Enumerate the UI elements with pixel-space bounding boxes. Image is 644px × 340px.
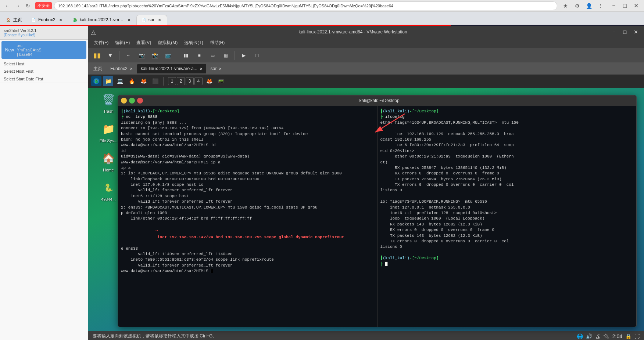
- minimize-button[interactable]: −: [609, 1, 619, 10]
- settings-button[interactable]: □: [251, 50, 263, 61]
- reload-button[interactable]: ↻: [24, 1, 32, 10]
- extension-button[interactable]: ⚙: [572, 1, 582, 10]
- forward-button[interactable]: →: [13, 1, 22, 10]
- workspace-2-button[interactable]: 2: [177, 77, 185, 85]
- terminal-icon[interactable]: 💻: [115, 76, 125, 86]
- time-display: 2:04: [612, 333, 622, 339]
- terminal-left-pane[interactable]: ┃(kali⎯kali)-[~/Desktop] ├ nc -lnvp 8888…: [118, 106, 378, 327]
- kali-toolbar-separator: [163, 77, 164, 86]
- send-ctrl-alt-del-button[interactable]: ←: [122, 50, 134, 61]
- tab-kali-close-button[interactable]: ✕: [126, 17, 132, 23]
- donate-link[interactable]: (Donate if you like!): [4, 33, 35, 37]
- tab-home[interactable]: 🏠 主页: [1, 15, 26, 25]
- new-url-display: :ecYmFzaCAtaS| base64: [17, 43, 42, 57]
- vm-tab-funbox2-close-button[interactable]: ✕: [130, 67, 133, 71]
- term-right-lo-lisions: lisions 0: [380, 244, 634, 250]
- view4-button[interactable]: ▦: [220, 50, 232, 61]
- vm-tab-kali[interactable]: kali-linux-2022.1-vmware-a... ✕: [137, 64, 206, 73]
- url-bar[interactable]: 192.168.169.142/sar2HTML/index.php?plot=…: [54, 1, 557, 10]
- vmware-restore-button[interactable]: □: [620, 27, 630, 37]
- vmware-close-button[interactable]: ✕: [631, 27, 641, 37]
- terminal-minimize-button[interactable]: [121, 98, 127, 104]
- snapshot3-button[interactable]: 📺: [162, 50, 174, 61]
- lock-icon[interactable]: 🔒: [625, 333, 632, 339]
- menu-button[interactable]: ⋮: [595, 1, 606, 10]
- vm-tab-home-label: 主页: [93, 66, 102, 72]
- snapshot-button[interactable]: 📷: [136, 50, 147, 61]
- menu-file[interactable]: 文件(F): [91, 38, 111, 47]
- usb-status-icon[interactable]: 🔌: [603, 333, 609, 339]
- menu-tabs[interactable]: 选项卡(T): [181, 38, 206, 47]
- fullscreen-icon[interactable]: ⛶: [634, 333, 640, 339]
- pause-button[interactable]: ▮▮: [91, 50, 103, 61]
- firefox-icon[interactable]: 🦊: [138, 76, 149, 86]
- tab-sar[interactable]: 📄 sar ✕: [136, 15, 168, 25]
- workspace-1-button[interactable]: 1: [168, 77, 176, 85]
- network-status-icon[interactable]: 🌐: [577, 333, 583, 339]
- term-right-tx-err: TX errors 0 dropped 0 overruns 0 carrier…: [380, 182, 634, 188]
- terminal-right-pane[interactable]: ┃(kali⎯kali)-[~/Desktop] ├ ifconfig e: [378, 106, 637, 327]
- tab-sar-close-button[interactable]: ✕: [157, 17, 162, 23]
- menu-vm[interactable]: 虚拟机(M): [155, 38, 180, 47]
- term-right-lo-inet: inet 127.0.0.1 netmask 255.0.0.0: [380, 205, 634, 210]
- snapshot2-button[interactable]: 📸: [149, 50, 161, 61]
- tab-kali[interactable]: 🐉 kali-linux-2022.1-vmware-a... ✕: [68, 15, 136, 25]
- term-right-blank: [380, 193, 634, 199]
- cmd-nc: nc -lnvp 8888: [126, 115, 157, 119]
- vm-tab-sar-close-button[interactable]: ✕: [219, 67, 222, 71]
- play-button[interactable]: ▼: [104, 50, 116, 61]
- terminal-close-button[interactable]: [137, 98, 143, 104]
- speaker-status-icon[interactable]: 🔊: [586, 333, 592, 339]
- view1-button[interactable]: ▮▮: [180, 50, 192, 61]
- console-button[interactable]: ▶: [238, 50, 250, 61]
- burpsuite-icon[interactable]: 🔥: [126, 76, 137, 86]
- select-start-date-first-item[interactable]: Select Start Date First: [0, 75, 88, 83]
- terminal-maximize-button[interactable]: [129, 98, 135, 104]
- vm-tab-sar[interactable]: sar ✕: [207, 64, 226, 73]
- profile-button[interactable]: 👤: [584, 1, 594, 10]
- bookmark-star-button[interactable]: ★: [560, 1, 570, 10]
- view3-button[interactable]: ▭: [207, 50, 218, 61]
- restore-button[interactable]: □: [620, 1, 630, 10]
- workspace-3-button[interactable]: 3: [186, 77, 194, 85]
- tab-kali-label: kali-linux-2022.1-vmware-a...: [80, 17, 124, 22]
- view2-button[interactable]: ■: [193, 50, 205, 61]
- terminal2-icon[interactable]: ⬛: [150, 76, 160, 86]
- vmware-area: △ kali-linux-2022.1-vmware-amd64 - VMwar…: [88, 26, 644, 340]
- term-right-ether: ether 00:0c:29:21:02:a3 txqueuelen 1000 …: [380, 154, 634, 159]
- url-text: 192.168.169.142/sar2HTML/index.php?plot=…: [58, 4, 397, 8]
- close-button[interactable]: ✕: [631, 1, 641, 10]
- term-line-ens33-2: p default qlen 1000: [121, 210, 374, 216]
- term-right-inet-2: dcast 192.168.169.255: [380, 137, 634, 142]
- vm-tab-funbox2[interactable]: Funbox2 ✕: [107, 64, 136, 73]
- term-line-lo-inet: inet 127.0.0.1/8 scope host lo: [121, 182, 374, 188]
- tab-funbox2-close-button[interactable]: ✕: [58, 17, 64, 23]
- menu-help[interactable]: 帮助(H): [207, 38, 228, 47]
- select-host-first-item[interactable]: Select Host First: [0, 68, 88, 75]
- home-favicon-icon: 🏠: [6, 17, 11, 22]
- tab-funbox2[interactable]: 📄 Funbox2 ✕: [26, 15, 68, 25]
- dollar-sign-right: ├: [380, 115, 383, 119]
- workspace-4-button[interactable]: 4: [194, 77, 203, 85]
- menu-view[interactable]: 查看(V): [133, 38, 154, 47]
- funbox2-favicon-icon: 📄: [31, 17, 36, 22]
- menu-edit[interactable]: 编辑(E): [112, 38, 133, 47]
- print-status-icon[interactable]: 🖨: [595, 333, 600, 339]
- sidebar: sar2html Ver 3.2.1 (Donate if you like!)…: [0, 26, 88, 340]
- terminal3-icon[interactable]: 📟: [216, 76, 226, 86]
- security-badge: 不安全: [35, 2, 52, 9]
- firefox2-icon[interactable]: 🦊: [204, 76, 214, 86]
- kali-dragon-icon[interactable]: 🐉: [91, 76, 101, 86]
- terminal-area: 🗑️ Trash 📁 File Sys... 🏠 Home 🐍 49344...: [88, 88, 644, 331]
- vmware-minimize-button[interactable]: −: [609, 27, 619, 37]
- new-button[interactable]: New :ecYmFzaCAtaS| base64: [1, 41, 86, 59]
- file-manager-icon[interactable]: 📁: [103, 76, 113, 86]
- vm-tab-home[interactable]: 主页: [90, 64, 106, 73]
- term-left-prompt1: ┃(kali⎯kali)-[~/Desktop]: [121, 109, 374, 114]
- vm-tab-kali-label: kali-linux-2022.1-vmware-a...: [141, 66, 197, 71]
- new-label: New: [5, 47, 14, 53]
- vm-tab-kali-close-button[interactable]: ✕: [200, 67, 203, 71]
- select-host-item[interactable]: Select Host: [0, 60, 88, 68]
- term-line-prompt-www1: www-data@sar:/var/www/html/sar2HTML$ id: [121, 142, 374, 148]
- back-button[interactable]: ←: [3, 1, 12, 10]
